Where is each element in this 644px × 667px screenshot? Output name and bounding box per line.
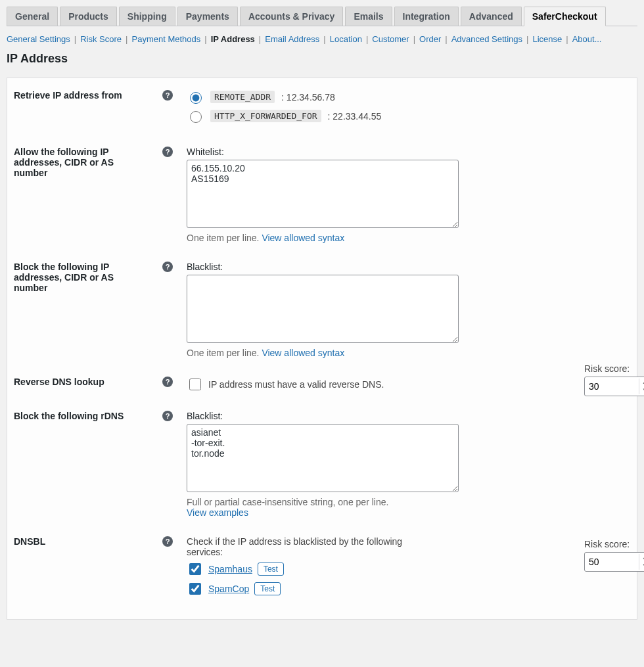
rdns-block-field-label: Blacklist: bbox=[187, 411, 630, 421]
ip-source-radio[interactable] bbox=[190, 111, 202, 123]
page-title: IP Address bbox=[7, 52, 637, 66]
whitelist-textarea[interactable] bbox=[187, 160, 459, 228]
whitelist-hint: One item per line. bbox=[187, 233, 260, 243]
chevron-down-icon[interactable]: ▼ bbox=[639, 562, 644, 570]
tab-bar: GeneralProductsShippingPaymentsAccounts … bbox=[7, 0, 637, 26]
subtab-payment-methods[interactable]: Payment Methods bbox=[131, 34, 200, 44]
help-icon[interactable]: ? bbox=[162, 411, 173, 421]
whitelist-label: Allow the following IP addresses, CIDR o… bbox=[7, 137, 155, 252]
subtab-risk-score[interactable]: Risk Score bbox=[80, 34, 122, 44]
ip-source-value: : 22.33.44.55 bbox=[328, 111, 382, 122]
chevron-up-icon[interactable]: ▲ bbox=[639, 554, 644, 562]
subtab-order[interactable]: Order bbox=[419, 34, 441, 44]
tab-shipping[interactable]: Shipping bbox=[119, 7, 175, 26]
rdns-block-label: Block the following rDNS bbox=[7, 402, 155, 527]
ip-source-value: : 12.34.56.78 bbox=[281, 92, 335, 103]
subtab-bar: General Settings|Risk Score|Payment Meth… bbox=[7, 26, 637, 47]
risk-score-input[interactable] bbox=[585, 381, 639, 392]
rdns-block-hint: Full or partial case-insensitive string,… bbox=[187, 497, 388, 507]
blacklist-label: Block the following IP addresses, CIDR o… bbox=[7, 252, 155, 367]
rdns-block-examples-link[interactable]: View examples bbox=[187, 507, 248, 518]
whitelist-syntax-link[interactable]: View allowed syntax bbox=[262, 233, 344, 243]
subtab-about-[interactable]: About... bbox=[572, 34, 602, 44]
risk-score-stepper[interactable]: ▲▼ bbox=[584, 377, 644, 396]
dnsbl-intro: Check if the IP address is blacklisted b… bbox=[187, 536, 423, 557]
dnsbl-checkbox[interactable] bbox=[189, 583, 201, 595]
blacklist-textarea[interactable] bbox=[187, 275, 459, 343]
dnsbl-test-button[interactable]: Test bbox=[254, 582, 281, 595]
risk-score-label: Risk score: bbox=[584, 363, 644, 374]
blacklist-hint: One item per line. bbox=[187, 348, 260, 358]
subtab-advanced-settings[interactable]: Advanced Settings bbox=[451, 34, 522, 44]
blacklist-syntax-link[interactable]: View allowed syntax bbox=[262, 348, 344, 358]
rdns-cb-label: IP address must have a valid reverse DNS… bbox=[208, 379, 384, 390]
dnsbl-service-link[interactable]: Spamhaus bbox=[208, 564, 252, 574]
tab-advanced[interactable]: Advanced bbox=[461, 7, 522, 26]
tab-payments[interactable]: Payments bbox=[177, 7, 238, 26]
tab-products[interactable]: Products bbox=[60, 7, 117, 26]
tab-accounts-privacy[interactable]: Accounts & Privacy bbox=[240, 7, 344, 26]
subtab-location[interactable]: Location bbox=[330, 34, 362, 44]
subtab-license[interactable]: License bbox=[532, 34, 562, 44]
dnsbl-label: DNSBL bbox=[7, 527, 155, 610]
whitelist-field-label: Whitelist: bbox=[187, 147, 630, 157]
retrieve-label: Retrieve IP address from bbox=[7, 81, 155, 137]
risk-score-label: Risk score: bbox=[584, 539, 644, 549]
subtab-ip-address[interactable]: IP Address bbox=[211, 34, 255, 44]
subtab-customer[interactable]: Customer bbox=[372, 34, 409, 44]
tab-safercheckout[interactable]: SaferCheckout bbox=[524, 7, 606, 26]
subtab-general-settings[interactable]: General Settings bbox=[7, 34, 70, 44]
help-icon[interactable]: ? bbox=[162, 90, 173, 101]
chevron-down-icon[interactable]: ▼ bbox=[639, 386, 644, 394]
rdns-block-textarea[interactable] bbox=[187, 424, 459, 492]
help-icon[interactable]: ? bbox=[162, 377, 173, 387]
help-icon[interactable]: ? bbox=[162, 536, 173, 547]
ip-source-radio[interactable] bbox=[190, 92, 202, 104]
risk-score-input[interactable] bbox=[585, 557, 639, 567]
risk-score-stepper[interactable]: ▲▼ bbox=[584, 552, 644, 572]
subtab-email-address[interactable]: Email Address bbox=[265, 34, 319, 44]
ip-source-code: REMOTE_ADDR bbox=[210, 91, 275, 103]
tab-integration[interactable]: Integration bbox=[394, 7, 459, 26]
settings-panel: Retrieve IP address from ? REMOTE_ADDR: … bbox=[7, 78, 637, 620]
chevron-up-icon[interactable]: ▲ bbox=[639, 379, 644, 386]
tab-emails[interactable]: Emails bbox=[345, 7, 392, 26]
blacklist-field-label: Blacklist: bbox=[187, 262, 630, 272]
rdns-checkbox[interactable] bbox=[189, 379, 201, 390]
help-icon[interactable]: ? bbox=[162, 147, 173, 157]
dnsbl-checkbox[interactable] bbox=[189, 563, 201, 575]
dnsbl-test-button[interactable]: Test bbox=[258, 563, 284, 576]
dnsbl-service-link[interactable]: SpamCop bbox=[208, 584, 249, 594]
tab-general[interactable]: General bbox=[7, 7, 58, 26]
rdns-label: Reverse DNS lookup bbox=[7, 367, 155, 402]
ip-source-code: HTTP_X_FORWARDED_FOR bbox=[210, 110, 321, 122]
help-icon[interactable]: ? bbox=[162, 262, 173, 272]
